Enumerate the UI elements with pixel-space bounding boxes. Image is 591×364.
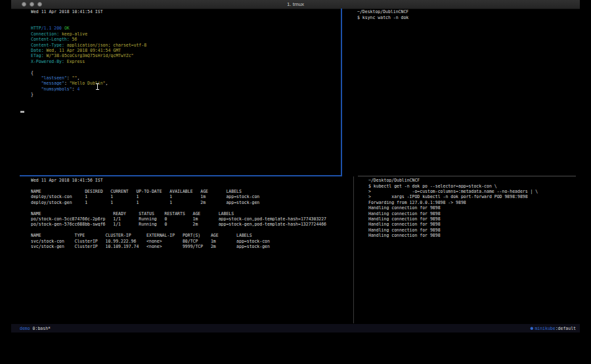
terminal-line: Date: Wed, 11 Apr 2018 09:41:54 GMT <box>31 48 353 53</box>
terminal-line: } <box>31 92 353 97</box>
terminal-line: $ ksync watch -n dok <box>357 14 591 20</box>
terminal-line: Wed 11 Apr 2018 10:41:56 IST <box>31 178 353 183</box>
terminal-line <box>31 205 353 211</box>
terminal-line: Handling connection for 9898 <box>368 216 591 222</box>
window-title: 1. tmux <box>11 0 580 9</box>
terminal-line <box>31 20 353 26</box>
terminal-line: Forwarding from 127.0.0.1:9898 -> 9898 <box>368 200 591 205</box>
mouse-ibeam-pointer <box>96 83 99 90</box>
pane-divider-horizontal-right[interactable] <box>358 176 576 176</box>
terminal-line <box>31 64 353 70</box>
terminal-line: NAME TYPE CLUSTER-IP EXTERNAL-IP PORT(S)… <box>31 233 353 238</box>
terminal-line: svc/stock-gen ClusterIP 10.109.197.74 <n… <box>31 244 353 249</box>
terminal-line: Handling connection for 9898 <box>368 233 591 238</box>
terminal-line: ETag: W/"38-05coCsrg3mQ75sHr1d/qcMTwYZc" <box>31 53 353 58</box>
terminal-line: deploy/stock-con 1 1 1 1 1m app=stock-co… <box>31 194 353 199</box>
terminal-line: "message": "Hello Dublin", <box>31 81 353 86</box>
terminal-line: Content-Type: application/json; charset=… <box>31 42 353 47</box>
terminal-line: $ kubectl get -n dok po --selector=app=s… <box>368 183 591 188</box>
titlebar[interactable]: 1. tmux <box>11 0 580 9</box>
terminal-cursor <box>20 111 24 113</box>
terminal-line: X-Powered-By: Express <box>31 59 353 64</box>
terminal-line: "numsymbols": 4 <box>31 87 353 92</box>
terminal-line: Handling connection for 9898 <box>368 211 591 216</box>
terminal-line: "lastseen": "", <box>31 75 353 81</box>
terminal-line: Wed 11 Apr 2018 10:41:54 IST <box>31 9 353 14</box>
pane-ksync-watch[interactable]: ~/Desktop/DublinCNCF$ ksync watch -n dok <box>357 9 591 20</box>
terminal-line: > xargs -IPOD kubectl -n dok port-forwar… <box>368 194 591 199</box>
terminal-line <box>31 14 353 20</box>
kube-context: minikube <box>535 326 555 331</box>
terminal-line: deploy/stock-gen 1 1 1 1 2m app=stock-ge… <box>31 200 353 205</box>
terminal-line: po/stock-gen-576cc688bb-swqf6 1/1 Runnin… <box>31 222 353 227</box>
terminal-line <box>31 228 353 233</box>
desktop: 1. tmux Wed 11 Apr 2018 10:41:54 IST HTT… <box>0 0 591 364</box>
terminal-line: Connection: keep-alive <box>31 31 353 37</box>
terminal-window: 1. tmux Wed 11 Apr 2018 10:41:54 IST HTT… <box>11 0 580 333</box>
status-left: demo 0:bash* <box>20 324 51 333</box>
terminal-line: NAME READY STATUS RESTARTS AGE LABELS <box>31 211 353 216</box>
kube-namespace: :default <box>556 326 576 331</box>
terminal-line: ~/Desktop/DublinCNCF <box>357 9 591 14</box>
terminal-line: po/stock-con-5cc874766c-2p6rp 1/1 Runnin… <box>31 216 353 222</box>
terminal-line: Handling connection for 9898 <box>368 222 591 227</box>
pane-port-forward[interactable]: ~/Desktop/DublinCNCF$ kubectl get -n dok… <box>368 178 591 238</box>
tmux-status-bar: demo 0:bash* minikube:default <box>11 324 580 333</box>
terminal-line: HTTP/1.1 200 OK <box>31 26 353 31</box>
pane-http-response[interactable]: Wed 11 Apr 2018 10:41:54 IST HTTP/1.1 20… <box>31 9 353 97</box>
status-right: minikube:default <box>530 324 576 333</box>
terminal-line: Handling connection for 9898 <box>368 228 591 233</box>
kubernetes-icon <box>530 327 533 331</box>
pane-divider-horizontal-left[interactable] <box>20 175 342 176</box>
window-tab[interactable]: 0:bash* <box>33 326 51 331</box>
terminal-line: ~/Desktop/DublinCNCF <box>368 178 591 183</box>
terminal-line <box>31 183 353 188</box>
terminal-line: > -o=custom-columns=:metadata.name --no-… <box>368 189 591 194</box>
pane-kubectl-get[interactable]: Wed 11 Apr 2018 10:41:56 IST NAME DESIRE… <box>31 178 353 249</box>
terminal-line: svc/stock-con ClusterIP 10.99.222.96 <no… <box>31 238 353 243</box>
terminal-line: NAME DESIRED CURRENT UP-TO-DATE AVAILABL… <box>31 189 353 194</box>
pane-divider-vertical-bottom[interactable] <box>353 176 354 323</box>
terminal-line: Content-Length: 56 <box>31 37 353 42</box>
session-name: demo <box>20 326 30 331</box>
terminal-line: Handling connection for 9898 <box>368 205 591 211</box>
terminal-line: { <box>31 70 353 75</box>
pane-divider-vertical-top[interactable] <box>341 9 342 176</box>
